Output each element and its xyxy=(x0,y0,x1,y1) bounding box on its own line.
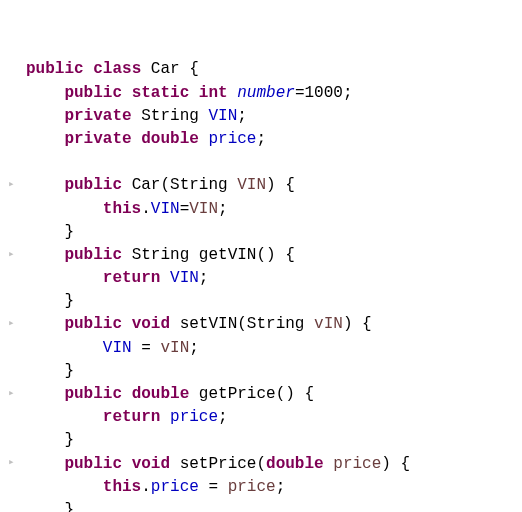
code-line: return VIN; xyxy=(8,267,514,290)
gutter xyxy=(8,339,26,355)
code-line: ▸ public String getVIN() { xyxy=(8,244,514,267)
gutter xyxy=(8,502,26,512)
code-line: } xyxy=(8,221,514,244)
gutter xyxy=(8,223,26,239)
code-line: VIN = vIN; xyxy=(8,337,514,360)
code-line: ▸ public double getPrice() { xyxy=(8,383,514,406)
code-line: public class Car { xyxy=(8,58,514,81)
code-line: this.price = price; xyxy=(8,476,514,499)
gutter xyxy=(8,108,26,124)
gutter xyxy=(8,154,26,170)
code-line: ▸ public void setPrice(double price) { xyxy=(8,453,514,476)
code-line: } xyxy=(8,499,514,512)
code-line: } xyxy=(8,290,514,313)
gutter xyxy=(8,363,26,379)
field: VIN xyxy=(208,107,237,125)
code-line: public static int number=1000; xyxy=(8,82,514,105)
gutter xyxy=(8,432,26,448)
gutter xyxy=(8,270,26,286)
code-line: ▸ public Car(String VIN) { xyxy=(8,174,514,197)
gutter xyxy=(8,84,26,100)
code-line: private double price; xyxy=(8,128,514,151)
code-editor[interactable]: public class Car { public static int num… xyxy=(8,58,514,512)
fold-icon[interactable]: ▸ xyxy=(8,247,26,263)
code-line: } xyxy=(8,429,514,452)
code-line: return price; xyxy=(8,406,514,429)
code-line: } xyxy=(8,360,514,383)
code-line: this.VIN=VIN; xyxy=(8,198,514,221)
gutter xyxy=(8,409,26,425)
fold-icon[interactable]: ▸ xyxy=(8,177,26,193)
fold-icon[interactable]: ▸ xyxy=(8,455,26,471)
gutter xyxy=(8,200,26,216)
fold-icon[interactable]: ▸ xyxy=(8,316,26,332)
gutter xyxy=(8,479,26,495)
field: price xyxy=(208,130,256,148)
static-field: number xyxy=(237,84,295,102)
code-line: ▸ public void setVIN(String vIN) { xyxy=(8,313,514,336)
code-line: private String VIN; xyxy=(8,105,514,128)
gutter xyxy=(8,293,26,309)
fold-icon[interactable]: ▸ xyxy=(8,386,26,402)
gutter xyxy=(8,61,26,77)
code-line xyxy=(8,151,514,174)
gutter xyxy=(8,131,26,147)
